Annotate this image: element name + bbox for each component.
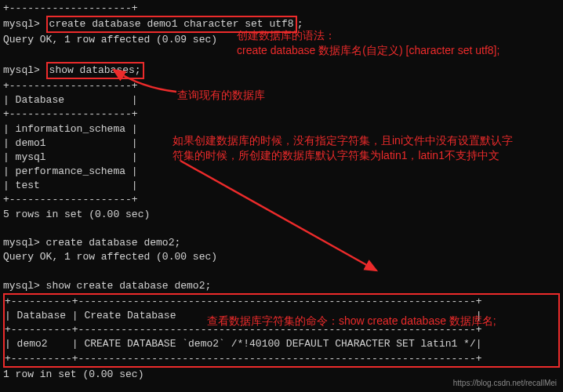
tbl1-border: +--------------------+ bbox=[0, 107, 563, 122]
tbl2-border: +----------+----------------------------… bbox=[5, 295, 558, 309]
highlight-box-3: +----------+----------------------------… bbox=[3, 293, 560, 368]
tbl1-header: | Database | bbox=[0, 93, 563, 107]
response-3: Query OK, 1 row affected (0.00 sec) bbox=[0, 250, 563, 264]
cmd-text: show databases; bbox=[49, 64, 141, 76]
cmd-text: create database demo2; bbox=[46, 237, 181, 249]
tbl1-border: +--------------------+ bbox=[0, 193, 563, 207]
annotation-line: 如果创建数据库的时候，没有指定字符集，且ini文件中没有设置默认字 bbox=[173, 133, 513, 148]
cmd-line-3: mysql> create database demo2; bbox=[0, 236, 563, 250]
annotation-line: create database 数据库名(自定义) [character set… bbox=[237, 43, 499, 58]
terminal-output: +--------------------+ mysql> create dat… bbox=[0, 0, 563, 392]
prompt: mysql> bbox=[3, 280, 46, 292]
annotation-show-create: 查看数据库字符集的命令：show create database 数据库名; bbox=[207, 314, 496, 328]
tbl2-border: +----------+----------------------------… bbox=[5, 352, 558, 366]
tbl1-footer: 5 rows in set (0.00 sec) bbox=[0, 208, 563, 222]
cmd-text: show create database demo2; bbox=[46, 280, 212, 292]
highlight-box-2: show databases; bbox=[46, 62, 144, 79]
prompt: mysql> bbox=[3, 64, 46, 76]
prompt: mysql> bbox=[3, 237, 46, 249]
row-top-border: +--------------------+ bbox=[0, 2, 563, 16]
blank bbox=[0, 222, 563, 236]
prompt: mysql> bbox=[3, 18, 46, 30]
blank bbox=[0, 264, 563, 278]
annotation-line: 符集的时候，所创建的数据库默认字符集为latin1，latin1不支持中文 bbox=[173, 148, 513, 163]
watermark: https://blog.csdn.net/recallMei bbox=[453, 378, 557, 389]
annotation-line: 创建数据库的语法： bbox=[237, 28, 499, 43]
table-row: | performance_schema | bbox=[0, 165, 563, 179]
tbl1-border: +--------------------+ bbox=[0, 79, 563, 93]
cmd-line-2: mysql> show databases; bbox=[0, 62, 563, 79]
cmd-line-4: mysql> show create database demo2; bbox=[0, 279, 563, 293]
table-row: | demo2 | CREATE DATABASE `demo2` /*!401… bbox=[5, 337, 558, 351]
table-row: | test | bbox=[0, 179, 563, 193]
annotation-syntax: 创建数据库的语法： create database 数据库名(自定义) [cha… bbox=[237, 28, 499, 58]
annotation-charset: 如果创建数据库的时候，没有指定字符集，且ini文件中没有设置默认字 符集的时候，… bbox=[173, 133, 513, 163]
annotation-query: 查询现有的数据库 bbox=[177, 88, 265, 103]
